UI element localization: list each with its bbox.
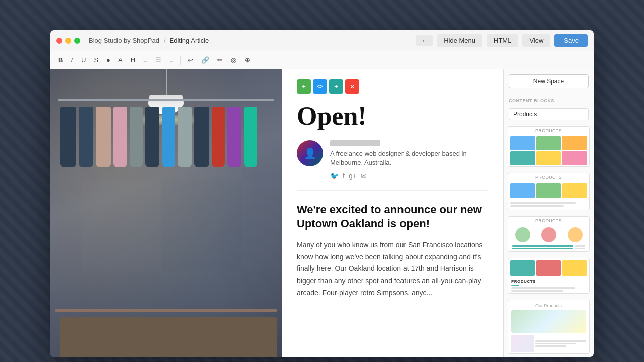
toolbar-separator xyxy=(180,56,181,65)
html-button[interactable]: HTML xyxy=(487,34,518,47)
block4-img1 xyxy=(510,260,535,276)
block5-text-col xyxy=(535,335,586,352)
close-button[interactable] xyxy=(56,38,62,44)
block3-teal-line2 xyxy=(512,248,573,249)
image-button[interactable]: ◎ xyxy=(228,55,239,65)
font-color-button[interactable]: A xyxy=(115,55,126,65)
article-overlay[interactable]: + <> + × Open! 👤 A freelance web designe… xyxy=(282,69,503,357)
social-icons: 🐦 f g+ ✉ xyxy=(330,172,488,180)
block2-img1 xyxy=(510,183,535,198)
article-heading: We're excited to announce our new Uptown… xyxy=(297,203,488,231)
clothes-rack-area xyxy=(60,100,272,200)
block1-img4 xyxy=(510,151,535,165)
email-icon[interactable]: ✉ xyxy=(361,172,367,180)
block-card-2[interactable]: Products xyxy=(508,173,590,210)
content-blocks-header: Products xyxy=(504,105,594,123)
breadcrumb-current: Editing Article xyxy=(170,37,209,44)
align-button[interactable]: ≡ xyxy=(140,55,150,65)
block1-img1 xyxy=(510,136,535,150)
block3-teal-line1 xyxy=(512,245,573,247)
block1-img5 xyxy=(536,151,561,165)
block4-line1 xyxy=(511,287,575,289)
block5-line3 xyxy=(535,345,566,347)
block4-thumb xyxy=(508,258,589,278)
italic-button[interactable]: I xyxy=(68,55,76,65)
block3-lines xyxy=(508,243,589,252)
store-table xyxy=(60,317,277,357)
underline-button[interactable]: U xyxy=(78,55,89,65)
breadcrumb: Blog Studio by ShopPad / Editing Article xyxy=(89,37,416,44)
float-close-button[interactable]: × xyxy=(345,79,359,94)
heading-button[interactable]: H xyxy=(128,55,138,65)
block4-img2 xyxy=(536,260,561,276)
block-card-4[interactable]: PRODUCTS xyxy=(508,258,590,294)
block5-main-img xyxy=(511,310,586,333)
float-plus-button[interactable]: + xyxy=(329,79,343,94)
block2-label: Products xyxy=(508,173,589,181)
editor-toolbar: B I U S ● A H ≡ ☰ ≡ ↩ 🔗 ✏ ◎ ⊕ xyxy=(50,51,594,69)
block3-thumb xyxy=(508,224,589,243)
link-button[interactable]: 🔗 xyxy=(198,55,212,65)
block5-inner: Our Products xyxy=(508,300,589,354)
article-title: Open! xyxy=(297,102,488,130)
hide-menu-button[interactable]: Hide Menu xyxy=(437,34,482,47)
googleplus-icon[interactable]: g+ xyxy=(349,172,357,180)
block5-bottom-row xyxy=(511,335,586,352)
twitter-icon[interactable]: 🐦 xyxy=(330,172,339,180)
editor-panel: + <> + × Open! 👤 A freelance web designe… xyxy=(50,69,503,357)
author-info: A freelance web designer & developer bas… xyxy=(330,140,488,179)
strikethrough-button[interactable]: S xyxy=(91,55,101,65)
highlight-button[interactable]: ● xyxy=(103,55,113,65)
products-dropdown[interactable]: Products xyxy=(509,108,589,120)
author-name-placeholder xyxy=(330,140,380,146)
undo-button[interactable]: ↩ xyxy=(185,55,196,65)
block-card-1[interactable]: PRODUCTS xyxy=(508,126,590,167)
block2-img2 xyxy=(536,183,561,198)
block2-line1 xyxy=(510,202,576,204)
block5-line2 xyxy=(535,343,576,344)
block1-img3 xyxy=(562,136,587,150)
block4-accent-line xyxy=(511,285,519,286)
new-space-section: New Space xyxy=(504,69,594,94)
block5-label: Our Products xyxy=(511,303,586,308)
author-avatar-inner: 👤 xyxy=(297,140,323,166)
block4-line2 xyxy=(511,290,564,292)
block1-label: PRODUCTS xyxy=(508,127,589,134)
embed-button[interactable]: ⊕ xyxy=(242,55,253,65)
maximize-button[interactable] xyxy=(74,38,80,44)
content-blocks-label: CONTENT BLOCKS xyxy=(504,94,594,105)
back-button[interactable]: ← xyxy=(416,35,433,46)
save-button[interactable]: Save xyxy=(554,34,588,47)
float-code-button[interactable]: <> xyxy=(313,79,327,94)
block3-gray-line2 xyxy=(575,248,585,249)
block3-label: Products xyxy=(508,217,589,224)
bold-button[interactable]: B xyxy=(55,55,66,65)
float-add-button[interactable]: + xyxy=(297,79,311,94)
block2-img3 xyxy=(562,183,587,198)
block1-thumb-grid xyxy=(508,134,589,167)
block1-img2 xyxy=(536,136,561,150)
list-button[interactable]: ☰ xyxy=(152,55,165,65)
block4-img3 xyxy=(562,260,587,276)
author-block: 👤 A freelance web designer & developer b… xyxy=(297,140,488,190)
block-card-5[interactable]: Our Products xyxy=(508,300,590,354)
block3-gray-line1 xyxy=(575,245,585,247)
background-image xyxy=(50,69,282,357)
minimize-button[interactable] xyxy=(65,38,71,44)
block1-img6 xyxy=(562,151,587,165)
traffic-lights xyxy=(56,38,80,44)
block3-img1 xyxy=(515,227,530,242)
block3-img3 xyxy=(568,227,583,242)
app-name: Blog Studio by ShopPad xyxy=(89,37,159,44)
block-card-3[interactable]: Products xyxy=(508,216,590,252)
author-avatar: 👤 xyxy=(297,140,323,166)
block5-img2 xyxy=(511,335,534,352)
ordered-list-button[interactable]: ≡ xyxy=(167,55,177,65)
block5-line1 xyxy=(535,340,586,342)
block3-img2 xyxy=(541,227,556,242)
facebook-icon[interactable]: f xyxy=(343,172,345,180)
new-space-button[interactable]: New Space xyxy=(509,74,589,88)
view-button[interactable]: View xyxy=(522,34,550,47)
pencil-button[interactable]: ✏ xyxy=(214,55,226,65)
app-window: Blog Studio by ShopPad / Editing Article… xyxy=(50,30,594,357)
